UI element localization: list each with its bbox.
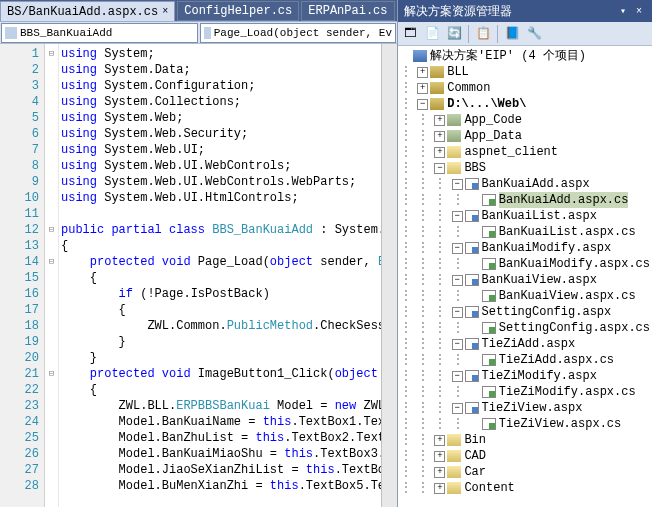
expand-icon[interactable]: − xyxy=(452,275,463,286)
node-label: TieZiAdd.aspx.cs xyxy=(499,352,614,368)
expand-icon[interactable]: + xyxy=(434,147,445,158)
tree-node[interactable]: ⋮ ⋮ ⋮ ⋮ BanKuaiList.aspx.cs xyxy=(400,224,650,240)
expand-icon[interactable]: + xyxy=(417,83,428,94)
node-icon xyxy=(447,114,461,126)
node-label: TieZiView.aspx.cs xyxy=(499,416,621,432)
document-tab[interactable]: ConfigHelper.cs xyxy=(177,1,299,21)
solution-tree[interactable]: 解决方案'EIP' (4 个项目)⋮ +BLL⋮ +Common⋮ −D:\..… xyxy=(398,46,652,507)
node-label: BanKuaiList.aspx.cs xyxy=(499,224,636,240)
node-icon xyxy=(482,226,496,238)
tree-node[interactable]: ⋮ ⋮ ⋮ −BanKuaiAdd.aspx xyxy=(400,176,650,192)
tree-node[interactable]: ⋮ ⋮ ⋮ ⋮ SettingConfig.aspx.cs xyxy=(400,320,650,336)
expand-icon[interactable]: − xyxy=(452,211,463,222)
node-label: Content xyxy=(464,480,514,496)
expand-icon[interactable]: − xyxy=(452,307,463,318)
tree-node[interactable]: ⋮ ⋮ +Content xyxy=(400,480,650,496)
node-icon xyxy=(447,146,461,158)
nest-button[interactable]: 📋 xyxy=(473,24,493,44)
tree-node[interactable]: ⋮ ⋮ +CAD xyxy=(400,448,650,464)
node-icon xyxy=(413,50,427,62)
tree-node[interactable]: ⋮ ⋮ ⋮ −SettingConfig.aspx xyxy=(400,304,650,320)
node-label: D:\...\Web\ xyxy=(447,96,526,112)
node-label: TieZiModify.aspx.cs xyxy=(499,384,636,400)
member-dropdown[interactable]: Page_Load(object sender, Ev xyxy=(200,23,397,43)
properties-button[interactable]: 🗔 xyxy=(400,24,420,44)
expand-icon[interactable]: + xyxy=(434,467,445,478)
tree-node[interactable]: ⋮ ⋮ ⋮ −BanKuaiModify.aspx xyxy=(400,240,650,256)
tree-node[interactable]: ⋮ ⋮ ⋮ −TieZiModify.aspx xyxy=(400,368,650,384)
view-designer-button[interactable]: 🔧 xyxy=(524,24,544,44)
tree-node[interactable]: ⋮ ⋮ +App_Data xyxy=(400,128,650,144)
code-area[interactable]: using System;using System.Data;using Sys… xyxy=(59,44,381,507)
tree-node[interactable]: ⋮ ⋮ ⋮ −BanKuaiList.aspx xyxy=(400,208,650,224)
class-dropdown[interactable]: BBS_BanKuaiAdd xyxy=(1,23,198,43)
dropdown-icon[interactable]: ▾ xyxy=(616,4,630,18)
tree-node[interactable]: ⋮ ⋮ ⋮ ⋮ TieZiView.aspx.cs xyxy=(400,416,650,432)
view-code-button[interactable]: 📘 xyxy=(502,24,522,44)
tree-node[interactable]: ⋮ ⋮ +Car xyxy=(400,464,650,480)
expand-icon[interactable]: + xyxy=(434,115,445,126)
tree-node[interactable]: ⋮ ⋮ +Bin xyxy=(400,432,650,448)
tree-node[interactable]: ⋮ ⋮ −BBS xyxy=(400,160,650,176)
expand-icon[interactable]: − xyxy=(452,371,463,382)
tree-node[interactable]: ⋮ ⋮ +App_Code xyxy=(400,112,650,128)
expand-icon[interactable]: − xyxy=(452,339,463,350)
tree-node[interactable]: ⋮ −D:\...\Web\ xyxy=(400,96,650,112)
show-all-button[interactable]: 📄 xyxy=(422,24,442,44)
close-tab-icon[interactable]: × xyxy=(162,6,168,17)
tree-node[interactable]: ⋮ +Common xyxy=(400,80,650,96)
expand-icon[interactable]: + xyxy=(434,483,445,494)
node-icon xyxy=(430,98,444,110)
expand-icon[interactable]: − xyxy=(434,163,445,174)
tree-node[interactable]: ⋮ ⋮ +aspnet_client xyxy=(400,144,650,160)
tree-node[interactable]: ⋮ ⋮ ⋮ ⋮ TieZiAdd.aspx.cs xyxy=(400,352,650,368)
tab-label: ERPAnPai.cs xyxy=(308,4,387,18)
expand-icon[interactable]: + xyxy=(434,131,445,142)
vertical-scrollbar[interactable] xyxy=(381,44,397,507)
tree-node[interactable]: ⋮ ⋮ ⋮ −TieZiAdd.aspx xyxy=(400,336,650,352)
tree-node[interactable]: ⋮ ⋮ ⋮ ⋮ BanKuaiModify.aspx.cs xyxy=(400,256,650,272)
class-icon xyxy=(5,27,17,39)
expand-icon[interactable]: − xyxy=(452,403,463,414)
node-label: BLL xyxy=(447,64,469,80)
document-tab[interactable]: ERPAnPai.cs xyxy=(301,1,394,21)
node-icon xyxy=(447,162,461,174)
node-icon xyxy=(465,210,479,222)
toolbar-separator xyxy=(468,25,469,43)
tree-node[interactable]: ⋮ +BLL xyxy=(400,64,650,80)
expand-icon[interactable]: + xyxy=(434,435,445,446)
tree-node[interactable]: ⋮ ⋮ ⋮ ⋮ TieZiModify.aspx.cs xyxy=(400,384,650,400)
expand-icon[interactable]: + xyxy=(417,67,428,78)
tree-node[interactable]: 解决方案'EIP' (4 个项目) xyxy=(400,48,650,64)
node-icon xyxy=(465,338,479,350)
node-icon xyxy=(482,354,496,366)
node-label: BanKuaiList.aspx xyxy=(482,208,597,224)
node-icon xyxy=(465,402,479,414)
node-label: TieZiModify.aspx xyxy=(482,368,597,384)
node-label: 解决方案'EIP' (4 个项目) xyxy=(430,48,586,64)
tree-node[interactable]: ⋮ ⋮ ⋮ −BanKuaiView.aspx xyxy=(400,272,650,288)
node-icon xyxy=(447,466,461,478)
expand-icon[interactable]: − xyxy=(452,179,463,190)
expand-icon[interactable]: − xyxy=(417,99,428,110)
code-editor[interactable]: 1234567891011121314151617181920212223242… xyxy=(0,44,397,507)
node-icon xyxy=(447,130,461,142)
expand-icon[interactable]: + xyxy=(434,451,445,462)
tree-node[interactable]: ⋮ ⋮ ⋮ ⋮ BanKuaiView.aspx.cs xyxy=(400,288,650,304)
node-label: App_Data xyxy=(464,128,522,144)
close-icon[interactable]: × xyxy=(632,4,646,18)
member-dropdown-text: Page_Load(object sender, Ev xyxy=(214,27,392,39)
expand-icon[interactable]: − xyxy=(452,243,463,254)
node-icon xyxy=(465,242,479,254)
fold-margin[interactable]: ⊟⊟⊟⊟ xyxy=(45,44,59,507)
document-tab[interactable]: BS/BanKuaiAdd.aspx.cs× xyxy=(0,1,175,21)
node-label: TieZiAdd.aspx xyxy=(482,336,576,352)
node-label: BanKuaiAdd.aspx xyxy=(482,176,590,192)
tree-node[interactable]: ⋮ ⋮ ⋮ ⋮ BanKuaiAdd.aspx.cs xyxy=(400,192,650,208)
node-icon xyxy=(482,386,496,398)
refresh-button[interactable]: 🔄 xyxy=(444,24,464,44)
tree-node[interactable]: ⋮ ⋮ ⋮ −TieZiView.aspx xyxy=(400,400,650,416)
node-label: BanKuaiView.aspx xyxy=(482,272,597,288)
node-icon xyxy=(482,290,496,302)
node-icon xyxy=(447,434,461,446)
